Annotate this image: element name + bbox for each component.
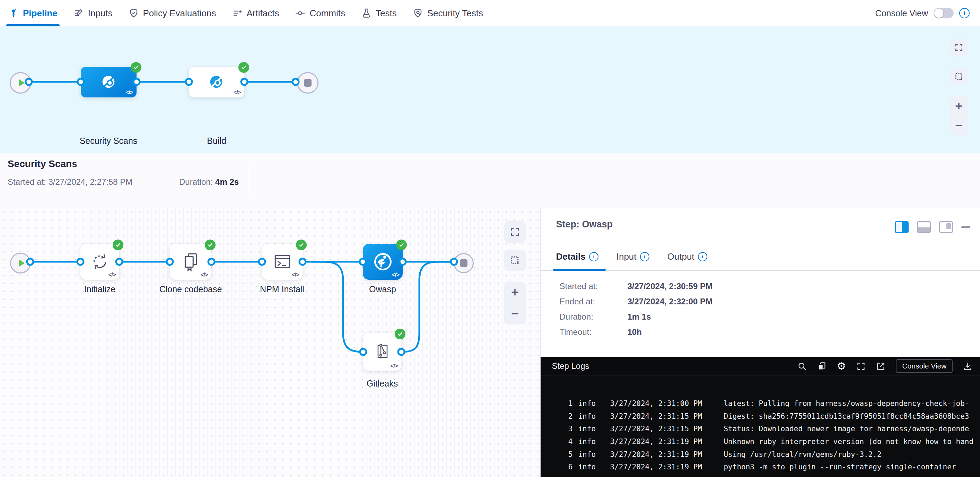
step-node-clone-codebase[interactable]: </> <box>170 244 212 280</box>
fullscreen-button[interactable] <box>950 39 967 56</box>
stage-graph-canvas[interactable]: </> Initialize </> Clone codebase <box>0 208 541 477</box>
tab-security-tests[interactable]: Security Tests <box>413 0 483 26</box>
log-line: 5info3/27/2024, 2:31:19 PMUsing /usr/loc… <box>541 450 980 459</box>
stage-summary-title: Security Scans <box>8 158 77 169</box>
tab-artifacts[interactable]: Artifacts <box>232 0 279 26</box>
step-label[interactable]: Owasp <box>369 284 396 294</box>
play-icon <box>19 259 25 267</box>
zoom-out-button[interactable] <box>950 116 967 135</box>
clone-codebase-icon <box>181 252 200 272</box>
step-logs-title: Step Logs <box>552 361 589 371</box>
search-icon[interactable] <box>797 362 807 371</box>
log-toolbar: ⚙ Console View <box>797 357 973 375</box>
tab-input[interactable]: Input i <box>616 251 649 262</box>
tab-tests[interactable]: Tests <box>361 0 397 26</box>
copy-icon[interactable] <box>817 362 826 371</box>
step-label[interactable]: Clone codebase <box>159 284 222 294</box>
success-check-icon <box>130 62 142 73</box>
layout-bottom-panel-icon[interactable] <box>917 221 931 233</box>
policy-shield-icon <box>129 8 139 18</box>
panel-layout-controls <box>895 221 970 233</box>
info-icon[interactable]: i <box>698 252 707 262</box>
fullscreen-icon[interactable] <box>856 362 865 371</box>
success-check-icon <box>396 239 407 250</box>
security-tests-shield-icon <box>413 8 423 18</box>
console-view-toggle[interactable] <box>934 8 954 18</box>
inputs-icon <box>73 8 84 18</box>
tab-commits[interactable]: Commits <box>295 0 345 26</box>
node-port <box>299 258 307 266</box>
node-port <box>360 348 368 356</box>
detail-value: 3/27/2024, 2:30:59 PM <box>627 281 713 291</box>
info-icon[interactable]: i <box>959 8 970 18</box>
tab-policy-evaluations[interactable]: Policy Evaluations <box>129 0 216 26</box>
marquee-select-button[interactable] <box>950 68 967 85</box>
tab-inputs[interactable]: Inputs <box>73 0 113 26</box>
info-icon[interactable]: i <box>589 252 598 262</box>
stage-label[interactable]: Build <box>207 136 226 146</box>
pipeline-graph-canvas[interactable]: </> Security Scans </> Build <box>0 26 980 153</box>
nav-tab-label: Security Tests <box>427 8 483 19</box>
detail-label: Timeout: <box>559 327 591 337</box>
step-label[interactable]: Gitleaks <box>367 378 398 389</box>
log-line: 2info3/27/2024, 2:31:15 PMDigest: sha256… <box>541 412 980 421</box>
download-icon[interactable] <box>963 362 972 371</box>
layout-right-panel-icon[interactable] <box>895 221 908 233</box>
divider <box>249 163 249 196</box>
code-icon: </> <box>108 271 116 278</box>
fullscreen-button[interactable] <box>504 221 526 242</box>
tab-output[interactable]: Output i <box>667 251 707 262</box>
tab-details[interactable]: Details i <box>556 251 598 262</box>
node-port <box>26 258 34 266</box>
code-icon: </> <box>126 89 133 96</box>
detail-row: Duration: 1m 1s <box>541 309 980 324</box>
marquee-select-button[interactable] <box>504 250 526 271</box>
step-label[interactable]: NPM Install <box>260 284 304 294</box>
node-port <box>292 78 300 86</box>
console-view-button[interactable]: Console View <box>896 359 953 373</box>
log-line: 1info3/27/2024, 2:31:00 PMlatest: Pullin… <box>541 399 980 408</box>
step-node-owasp[interactable]: </> <box>363 244 402 280</box>
nav-tabs: Pipeline Inputs Policy Evaluations Artif… <box>0 0 483 26</box>
zoom-out-button[interactable] <box>504 303 526 324</box>
code-icon: </> <box>390 362 398 370</box>
step-label[interactable]: Initialize <box>84 284 115 294</box>
zoom-in-button[interactable] <box>504 281 526 303</box>
step-panel-title: Step: Owasp <box>556 219 612 230</box>
node-port <box>185 78 193 86</box>
node-port <box>76 258 84 266</box>
tab-pipeline[interactable]: Pipeline <box>8 0 57 26</box>
stage-node-build[interactable]: </> <box>189 67 244 97</box>
stage-node-security-scans[interactable]: </> <box>81 67 137 97</box>
step-details-table: Started at: 3/27/2024, 2:30:59 PM Ended … <box>541 279 980 340</box>
open-in-new-icon[interactable] <box>876 362 885 371</box>
node-port <box>359 258 367 266</box>
nav-tab-label: Pipeline <box>23 8 57 19</box>
stage-started-at: Started at: 3/27/2024, 2:27:58 PM <box>8 177 132 187</box>
stage-label[interactable]: Security Scans <box>80 136 138 146</box>
stop-icon <box>460 259 468 267</box>
pipeline-edges <box>0 26 980 153</box>
step-node-npm-install[interactable]: </> <box>262 244 302 280</box>
layout-floating-panel-icon[interactable] <box>939 221 953 233</box>
step-node-initialize[interactable]: </> <box>80 244 119 280</box>
nav-tab-label: Commits <box>309 8 345 19</box>
toggle-knob <box>934 9 943 18</box>
owasp-wasp-icon <box>372 251 393 272</box>
minimize-panel-icon[interactable] <box>961 227 970 228</box>
active-tab-underline <box>553 269 606 271</box>
info-icon[interactable]: i <box>640 252 649 262</box>
log-body[interactable]: 1info3/27/2024, 2:31:00 PMlatest: Pullin… <box>541 375 980 477</box>
detail-label: Duration: <box>559 312 593 322</box>
tests-flask-icon <box>361 8 371 18</box>
zoom-controls <box>950 96 967 135</box>
success-check-icon <box>239 62 249 73</box>
step-node-gitleaks[interactable]: </> <box>363 333 401 371</box>
initialize-refresh-icon <box>90 252 110 272</box>
node-port <box>25 78 33 86</box>
node-port <box>399 258 407 266</box>
settings-gear-icon[interactable]: ⚙ <box>837 361 846 371</box>
node-port <box>450 258 458 266</box>
zoom-in-button[interactable] <box>950 97 967 115</box>
terminal-icon <box>272 252 293 272</box>
